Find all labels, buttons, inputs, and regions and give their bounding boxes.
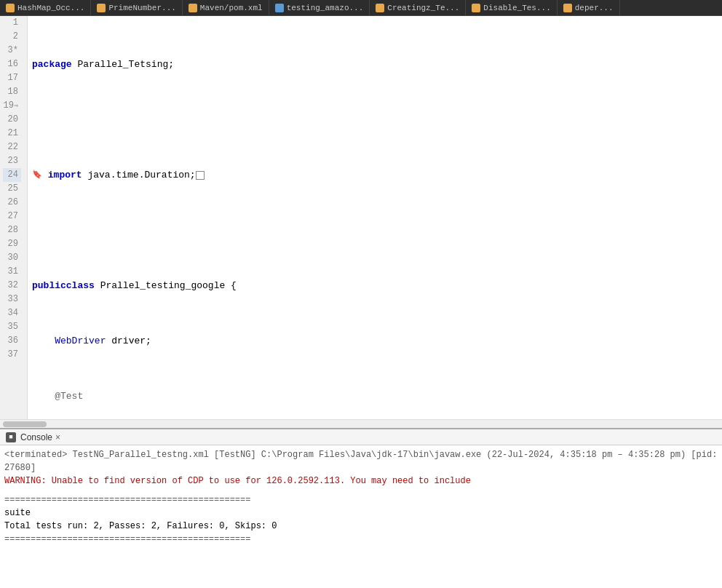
code-content[interactable]: package Parallel_Tetsing; 🔖 import java.… [28, 16, 722, 419]
code-line-16 [32, 223, 722, 237]
tab-bar: HashMap_Occ... PrimeNumber... Maven/pom.… [0, 0, 722, 16]
console-close-button[interactable]: × [55, 432, 60, 442]
tab-label-deper: deper... [575, 4, 614, 12]
code-line-18: WebDriver driver; [32, 334, 722, 348]
tab-icon-primenumber [97, 4, 106, 12]
tab-icon-creatingz [376, 4, 384, 12]
tab-icon-testing [275, 4, 284, 12]
editor-area: 1 2 3* 16 17 18 19⇒ 20 21 22 23 24 25 26… [0, 16, 722, 428]
code-line-1: package Parallel_Tetsing; [32, 57, 722, 71]
tab-icon-maven [189, 4, 197, 12]
code-container: 1 2 3* 16 17 18 19⇒ 20 21 22 23 24 25 26… [0, 16, 722, 419]
line-numbers: 1 2 3* 16 17 18 19⇒ 20 21 22 23 24 25 26… [0, 16, 28, 419]
tab-icon-deper [563, 4, 572, 12]
console-icon: ■ [6, 432, 16, 442]
tab-label-creatingz: Creatingz_Te... [387, 4, 459, 12]
tab-maven[interactable]: Maven/pom.xml [183, 0, 269, 16]
tab-creatingz[interactable]: Creatingz_Te... [370, 0, 466, 16]
tab-label-testing: testing_amazo... [287, 4, 364, 12]
console-terminated-line: <terminated> TestNG_Parallel_testng.xml … [4, 448, 718, 474]
console-results-line: Total tests run: 2, Passes: 2, Failures:… [4, 520, 718, 533]
console-area: ■ Console × <terminated> TestNG_Parallel… [0, 428, 722, 588]
code-line-19: @Test [32, 389, 722, 403]
tab-icon-disable [472, 4, 480, 12]
code-line-3: 🔖 import java.time.Duration; [32, 168, 722, 182]
tab-label-disable: Disable_Tes... [483, 4, 550, 12]
console-tab-label[interactable]: Console [20, 432, 52, 442]
tab-testing[interactable]: testing_amazo... [269, 0, 370, 16]
code-line-17: public class Prallel_testing_google { [32, 279, 722, 293]
tab-hashmap[interactable]: HashMap_Occ... [0, 0, 91, 16]
code-line-2 [32, 113, 722, 127]
tab-deper[interactable]: deper... [558, 0, 620, 16]
console-content: <terminated> TestNG_Parallel_testng.xml … [0, 445, 722, 588]
tab-disable[interactable]: Disable_Tes... [466, 0, 557, 16]
tab-label-maven: Maven/pom.xml [200, 4, 263, 12]
tab-label-hashmap: HashMap_Occ... [17, 4, 84, 12]
scrollbar-thumb-h[interactable] [3, 421, 47, 427]
console-divider-2: ========================================… [4, 533, 718, 546]
tab-primenumber[interactable]: PrimeNumber... [91, 0, 182, 16]
console-header: ■ Console × [0, 429, 722, 445]
horizontal-scrollbar[interactable] [0, 419, 722, 428]
tab-label-primenumber: PrimeNumber... [108, 4, 175, 12]
console-warning-line: WARNING: Unable to find version of CDP t… [4, 474, 718, 488]
console-suite-line: suite [4, 506, 718, 520]
console-divider-1: ========================================… [4, 493, 718, 506]
tab-icon-hashmap [6, 4, 15, 12]
